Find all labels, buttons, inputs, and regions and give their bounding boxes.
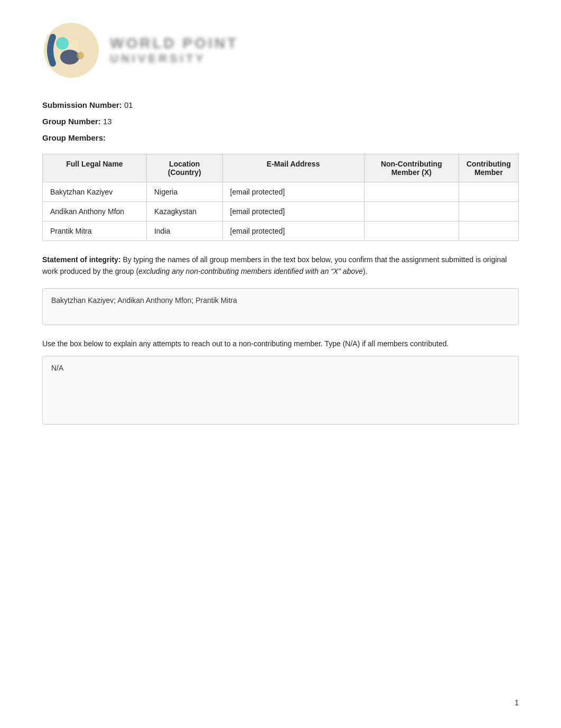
group-number-line: Group Number: 13: [42, 117, 519, 126]
svg-point-3: [69, 40, 79, 50]
cell-location-2: India: [146, 222, 222, 241]
statement-italic: excluding any non-contributing members i…: [138, 267, 363, 275]
submission-value: 01: [122, 100, 133, 109]
logo-image: [42, 21, 100, 79]
submission-number-section: Submission Number: 01 Group Number: 13 G…: [42, 100, 519, 142]
table-row: Andikan Anthony Mfon Kazagkystan [email …: [43, 202, 519, 222]
statement-section: Statement of integrity: By typing the na…: [42, 254, 519, 278]
logo-text: WORLD POINT UNIVERSITY: [110, 35, 238, 66]
svg-point-4: [77, 52, 84, 59]
cell-name-0: Bakytzhan Kaziyev: [43, 182, 147, 202]
cell-noncontrib-2: [364, 222, 459, 241]
header-name: Full Legal Name: [43, 154, 147, 182]
integrity-textbox[interactable]: Bakytzhan Kaziyev; Andikan Anthony Mfon;…: [42, 288, 519, 325]
table-header-row: Full Legal Name Location (Country) E-Mai…: [43, 154, 519, 182]
svg-point-1: [56, 37, 69, 50]
page-number: 1: [515, 698, 519, 707]
cell-contrib-2: [459, 222, 518, 241]
table-row: Bakytzhan Kaziyev Nigeria [email protect…: [43, 182, 519, 202]
logo-subtitle: UNIVERSITY: [110, 52, 238, 66]
cell-email-2: [email protected]: [222, 222, 364, 241]
submission-number-line: Submission Number: 01: [42, 100, 519, 109]
cell-location-1: Kazagkystan: [146, 202, 222, 222]
submission-label: Submission Number:: [42, 100, 122, 109]
na-textbox[interactable]: N/A: [42, 356, 519, 425]
cell-contrib-0: [459, 182, 518, 202]
header-location: Location (Country): [146, 154, 222, 182]
header-non-contributing: Non-Contributing Member (X): [364, 154, 459, 182]
statement-text: Statement of integrity: By typing the na…: [42, 254, 519, 278]
na-value: N/A: [51, 364, 63, 372]
statement-bold: Statement of integrity:: [42, 255, 121, 264]
cell-noncontrib-0: [364, 182, 459, 202]
cell-name-2: Prantik Mitra: [43, 222, 147, 241]
logo-area: WORLD POINT UNIVERSITY: [42, 21, 519, 79]
cell-noncontrib-1: [364, 202, 459, 222]
header-contributing: Contributing Member: [459, 154, 518, 182]
cell-email-1: [email protected]: [222, 202, 364, 222]
cell-name-1: Andikan Anthony Mfon: [43, 202, 147, 222]
cell-email-0: [email protected]: [222, 182, 364, 202]
cell-location-0: Nigeria: [146, 182, 222, 202]
group-label: Group Number:: [42, 117, 101, 126]
group-value: 13: [101, 117, 112, 126]
statement-end: ).: [363, 267, 368, 275]
group-members-table: Full Legal Name Location (Country) E-Mai…: [42, 154, 519, 241]
logo-title: WORLD POINT: [110, 35, 238, 52]
table-row: Prantik Mitra India [email protected]: [43, 222, 519, 241]
svg-point-2: [60, 50, 79, 64]
cell-contrib-1: [459, 202, 518, 222]
header-email: E-Mail Address: [222, 154, 364, 182]
integrity-value: Bakytzhan Kaziyev; Andikan Anthony Mfon;…: [51, 296, 237, 305]
explanation-text: Use the box below to explain any attempt…: [42, 338, 519, 349]
group-members-label: Group Members:: [42, 133, 519, 142]
